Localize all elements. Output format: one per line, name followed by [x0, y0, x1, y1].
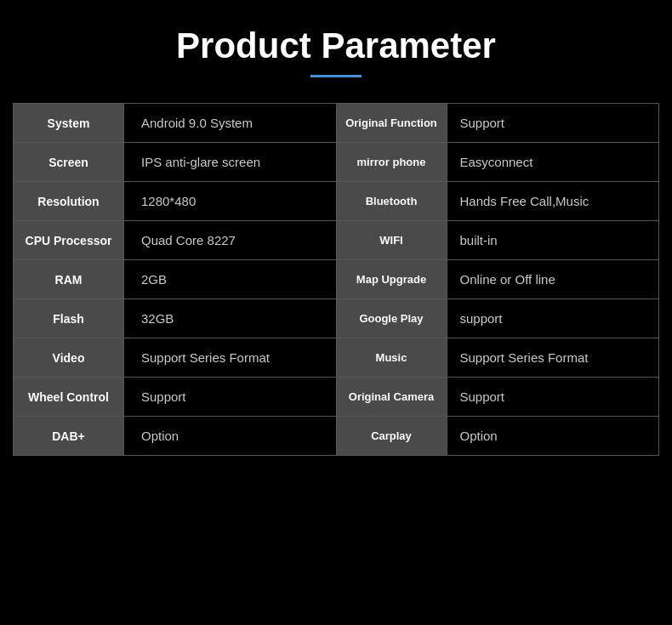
left-section: Flash 32GB [14, 299, 337, 338]
table-row: CPU Processor Quad Core 8227 WIFI built-… [14, 221, 658, 260]
left-label-cell: RAM [14, 260, 124, 298]
left-section: Screen IPS anti-glare screen [14, 143, 337, 181]
right-label-cell: Original Camera [337, 378, 447, 416]
left-section: System Android 9.0 System [14, 104, 337, 142]
right-label-cell: Map Upgrade [337, 260, 447, 298]
right-label-cell: Original Function [337, 104, 447, 142]
right-label-cell: Music [337, 338, 447, 377]
left-value-cell: 32GB [124, 299, 336, 338]
right-label-cell: WIFI [337, 221, 447, 259]
right-section: Music Support Series Format [337, 338, 659, 377]
table-row: Wheel Control Support Original Camera Su… [14, 378, 658, 417]
left-section: CPU Processor Quad Core 8227 [14, 221, 337, 259]
table-row: Video Support Series Format Music Suppor… [14, 338, 658, 378]
right-section: Bluetooth Hands Free Call,Music [337, 182, 659, 220]
left-label-cell: DAB+ [14, 417, 124, 455]
right-section: Map Upgrade Online or Off line [337, 260, 659, 298]
right-section: Google Play support [337, 299, 659, 338]
right-value-cell: Option [447, 417, 659, 455]
table-row: System Android 9.0 System Original Funct… [14, 104, 658, 143]
page-title: Product Parameter [17, 26, 655, 66]
right-label-cell: Google Play [337, 299, 447, 338]
table-row: Screen IPS anti-glare screen mirror phon… [14, 143, 658, 182]
page-header: Product Parameter [0, 0, 672, 103]
table-row: RAM 2GB Map Upgrade Online or Off line [14, 260, 658, 299]
left-value-cell: Android 9.0 System [124, 104, 336, 142]
table-row: Resolution 1280*480 Bluetooth Hands Free… [14, 182, 658, 221]
right-label-cell: mirror phone [337, 143, 447, 181]
left-label-cell: Flash [14, 299, 124, 338]
table-row: DAB+ Option Carplay Option [14, 417, 658, 455]
right-label-cell: Carplay [337, 417, 447, 455]
right-value-cell: Support [447, 104, 659, 142]
left-section: DAB+ Option [14, 417, 337, 455]
left-label-cell: Wheel Control [14, 378, 124, 416]
left-value-cell: Option [124, 417, 336, 455]
right-section: Carplay Option [337, 417, 659, 455]
right-section: WIFI built-in [337, 221, 659, 259]
right-value-cell: Easyconnect [447, 143, 659, 181]
left-label-cell: Video [14, 338, 124, 377]
right-value-cell: Online or Off line [447, 260, 659, 298]
right-value-cell: support [447, 299, 659, 338]
left-section: RAM 2GB [14, 260, 337, 298]
right-value-cell: Hands Free Call,Music [447, 182, 659, 220]
left-value-cell: Quad Core 8227 [124, 221, 336, 259]
left-value-cell: 2GB [124, 260, 336, 298]
left-label-cell: System [14, 104, 124, 142]
right-value-cell: Support [447, 378, 659, 416]
table-row: Flash 32GB Google Play support [14, 299, 658, 338]
right-label-cell: Bluetooth [337, 182, 447, 220]
left-value-cell: IPS anti-glare screen [124, 143, 336, 181]
right-value-cell: built-in [447, 221, 659, 259]
left-section: Wheel Control Support [14, 378, 337, 416]
left-value-cell: 1280*480 [124, 182, 336, 220]
left-value-cell: Support Series Format [124, 338, 336, 377]
left-label-cell: CPU Processor [14, 221, 124, 259]
product-table: System Android 9.0 System Original Funct… [13, 103, 659, 456]
decorative-divider [310, 75, 362, 77]
right-value-cell: Support Series Format [447, 338, 659, 377]
left-label-cell: Screen [14, 143, 124, 181]
right-section: Original Camera Support [337, 378, 659, 416]
right-section: Original Function Support [337, 104, 659, 142]
left-section: Video Support Series Format [14, 338, 337, 377]
left-label-cell: Resolution [14, 182, 124, 220]
right-section: mirror phone Easyconnect [337, 143, 659, 181]
left-value-cell: Support [124, 378, 336, 416]
left-section: Resolution 1280*480 [14, 182, 337, 220]
